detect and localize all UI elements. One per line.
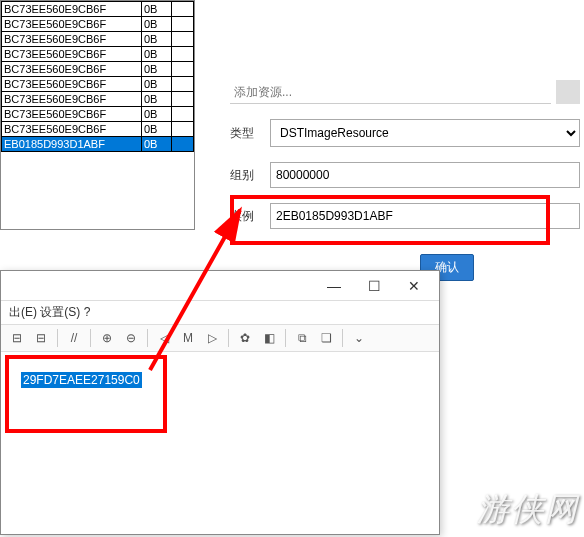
resource-panel: 类型 DSTImageResource 组别 实例 确认 [230,80,580,281]
editor-content[interactable]: 29FD7EAEE27159C0 [1,352,439,408]
zoom-out-icon[interactable]: ⊖ [121,328,141,348]
table-row[interactable]: BC73EE560E9CB6F0B [2,17,194,32]
toolbar: ⊟ ⊟ // ⊕ ⊖ ◁ M ▷ ✿ ◧ ⧉ ❏ ⌄ [1,325,439,352]
zoom-in-icon[interactable]: ⊕ [97,328,117,348]
table-row[interactable]: BC73EE560E9CB6F0B [2,92,194,107]
cascade-icon[interactable]: ❏ [316,328,336,348]
type-label: 类型 [230,125,270,142]
palette-icon[interactable]: ◧ [259,328,279,348]
table-row[interactable]: BC73EE560E9CB6F0B [2,32,194,47]
minimize-button[interactable]: — [314,278,354,294]
menubar[interactable]: 出(E) 设置(S) ? [1,301,439,325]
table-row[interactable]: BC73EE560E9CB6F0B [2,122,194,137]
copy-icon[interactable]: ⧉ [292,328,312,348]
nav-mark-icon[interactable]: M [178,328,198,348]
bookmark-icon[interactable]: ✿ [235,328,255,348]
instance-label: 实例 [230,208,270,225]
table-row[interactable]: BC73EE560E9CB6F0B [2,77,194,92]
collapse-left-icon[interactable]: ⊟ [7,328,27,348]
table-row[interactable]: BC73EE560E9CB6F0B [2,107,194,122]
instance-input[interactable] [270,203,580,229]
table-row[interactable]: EB0185D993D1ABF0B [2,137,194,152]
table-row[interactable]: BC73EE560E9CB6F0B [2,2,194,17]
selected-hash-text[interactable]: 29FD7EAEE27159C0 [21,372,142,388]
nav-back-icon[interactable]: ◁ [154,328,174,348]
hash-table: BC73EE560E9CB6F0BBC73EE560E9CB6F0BBC73EE… [0,0,195,230]
add-resource-input[interactable] [230,81,551,104]
maximize-button[interactable]: ☐ [354,278,394,294]
editor-window: — ☐ ✕ 出(E) 设置(S) ? ⊟ ⊟ // ⊕ ⊖ ◁ M ▷ ✿ ◧ … [0,270,440,535]
dropdown-icon[interactable]: ⌄ [349,328,369,348]
group-input[interactable] [270,162,580,188]
comment-icon[interactable]: // [64,328,84,348]
close-button[interactable]: ✕ [394,278,434,294]
table-row[interactable]: BC73EE560E9CB6F0B [2,47,194,62]
titlebar: — ☐ ✕ [1,271,439,301]
add-resource-button[interactable] [556,80,580,104]
type-select[interactable]: DSTImageResource [270,119,580,147]
watermark: 游侠网 [477,488,579,532]
group-label: 组别 [230,167,270,184]
nav-forward-icon[interactable]: ▷ [202,328,222,348]
collapse-right-icon[interactable]: ⊟ [31,328,51,348]
table-row[interactable]: BC73EE560E9CB6F0B [2,62,194,77]
